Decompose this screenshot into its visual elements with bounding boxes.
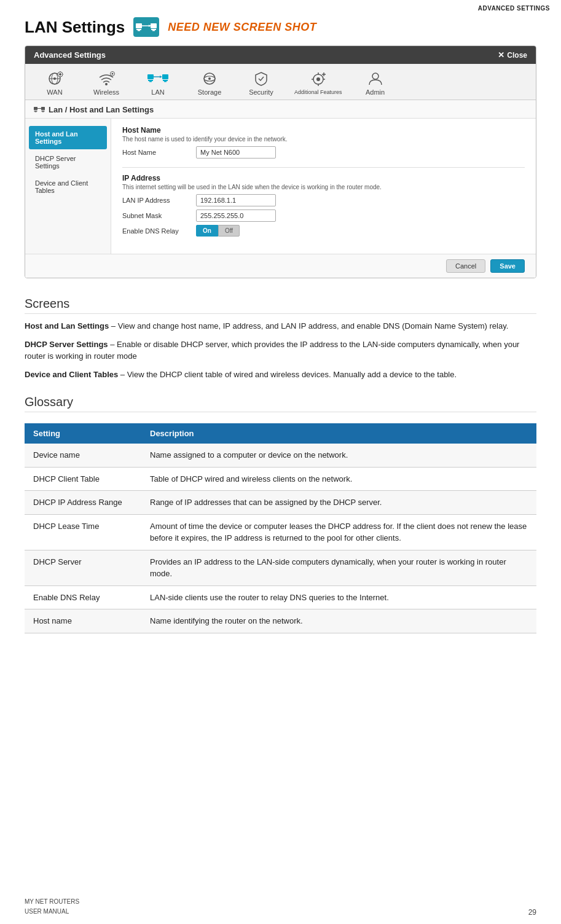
nav-label-security: Security (249, 88, 273, 96)
screens-section: Screens Host and Lan Settings – View and… (25, 297, 536, 380)
footer-left: MY NET ROUTERS USER MANUAL (25, 897, 79, 917)
svg-point-40 (372, 73, 379, 79)
subnet-input[interactable] (196, 209, 276, 222)
glossary-cell-setting: Enable DNS Relay (25, 585, 141, 609)
nav-bar: WAN Wireless (25, 64, 536, 100)
close-button[interactable]: ✕ Close (498, 50, 527, 60)
save-button[interactable]: Save (490, 259, 525, 273)
nav-label-wan: WAN (47, 88, 62, 96)
svg-point-31 (208, 77, 211, 80)
glossary-row: Host nameName identifying the router on … (25, 609, 536, 633)
ip-address-desc: This internet setting will be used in th… (122, 184, 525, 190)
lan-ip-input[interactable] (196, 194, 276, 206)
lan-settings-title: LAN Settings (25, 18, 125, 37)
wireless-icon (96, 70, 117, 87)
svg-point-13 (59, 73, 61, 76)
panel-sidebar: Host and Lan Settings DHCP Server Settin… (25, 119, 111, 254)
ip-address-group: IP Address This internet setting will be… (122, 174, 525, 237)
glossary-section: Glossary Setting Description Device name… (25, 395, 536, 633)
nav-item-lan[interactable]: LAN (139, 70, 176, 96)
footer-line1: MY NET ROUTERS (25, 897, 79, 907)
dns-relay-row: Enable DNS Relay On Off (122, 225, 525, 237)
cancel-button[interactable]: Cancel (446, 259, 485, 273)
nav-label-lan: LAN (151, 88, 164, 96)
panel-body: Host and Lan Settings DHCP Server Settin… (25, 119, 536, 254)
nav-item-security[interactable]: Security (243, 70, 280, 96)
toggle-on[interactable]: On (196, 225, 218, 237)
svg-point-11 (53, 77, 56, 80)
need-new-shot-label: NEED NEW SCREEN SHOT (168, 21, 316, 34)
host-name-input[interactable] (196, 146, 276, 159)
glossary-row: DHCP Client TableTable of DHCP wired and… (25, 467, 536, 491)
section-title-icon (34, 106, 45, 114)
glossary-row: DHCP Lease TimeAmount of time the device… (25, 514, 536, 550)
host-name-row: Host Name (122, 146, 525, 159)
nav-item-additional[interactable]: Additional Features (294, 71, 342, 95)
svg-rect-4 (151, 29, 156, 30)
screens-heading: Screens (25, 297, 536, 314)
glossary-col-description: Description (141, 423, 536, 444)
glossary-cell-setting: Host name (25, 609, 141, 633)
nav-item-admin[interactable]: Admin (357, 70, 394, 96)
glossary-cell-description: Name assigned to a computer or device on… (141, 444, 536, 467)
sidebar-item-dhcp[interactable]: DHCP Server Settings (29, 151, 107, 174)
sidebar-item-device[interactable]: Device and Client Tables (29, 175, 107, 198)
subnet-mask-row: Subnet Mask (122, 209, 525, 222)
host-name-label: Host Name (122, 149, 190, 156)
screens-item-2-title: Device and Client Tables (25, 370, 118, 379)
screens-item-0-title: Host and Lan Settings (25, 321, 109, 331)
dns-toggle[interactable]: On Off (196, 225, 240, 237)
glossary-cell-setting: DHCP IP Address Range (25, 491, 141, 515)
toggle-off[interactable]: Off (218, 225, 240, 237)
admin-icon (365, 70, 386, 87)
svg-marker-48 (41, 108, 42, 109)
panel-footer: Cancel Save (25, 254, 536, 278)
svg-rect-3 (151, 23, 157, 28)
svg-rect-5 (152, 30, 155, 31)
lan-title-row: LAN Settings NEED NEW SCREEN SHOT (25, 17, 536, 37)
security-icon (251, 70, 272, 87)
footer-line2: USER MANUAL (25, 907, 79, 917)
screens-item-0-sep: – (111, 321, 118, 331)
svg-point-33 (316, 77, 320, 81)
svg-rect-22 (148, 80, 153, 81)
lan-ip-row: LAN IP Address (122, 194, 525, 206)
nav-item-wireless[interactable]: Wireless (88, 70, 125, 96)
glossary-cell-setting: DHCP Client Table (25, 467, 141, 491)
svg-rect-46 (42, 111, 44, 112)
lan-icon (133, 17, 159, 37)
svg-rect-45 (42, 111, 45, 112)
nav-item-storage[interactable]: Storage (191, 70, 228, 96)
screens-item-1: DHCP Server Settings – Enable or disable… (25, 339, 536, 362)
nav-label-storage: Storage (198, 88, 222, 96)
svg-rect-0 (136, 23, 142, 28)
host-name-group: Host Name The host name is used to ident… (122, 126, 525, 159)
page-footer: MY NET ROUTERS USER MANUAL 29 (25, 897, 536, 917)
svg-rect-41 (34, 107, 37, 110)
storage-icon (199, 70, 220, 87)
nav-item-wan[interactable]: WAN (36, 70, 73, 96)
lan-ip-label: LAN IP Address (122, 197, 190, 204)
glossary-cell-setting: Device name (25, 444, 141, 467)
svg-rect-24 (162, 74, 168, 79)
nav-label-wireless: Wireless (93, 88, 119, 96)
glossary-cell-description: Provides an IP address to the LAN-side c… (141, 550, 536, 585)
screens-item-1-title: DHCP Server Settings (25, 340, 108, 349)
nav-label-admin: Admin (366, 88, 385, 96)
glossary-row: Enable DNS RelayLAN-side clients use the… (25, 585, 536, 609)
svg-rect-21 (147, 74, 154, 79)
section-title: Lan / Host and Lan Settings (25, 100, 536, 119)
wan-icon (44, 70, 65, 87)
sidebar-item-host[interactable]: Host and Lan Settings (29, 126, 107, 149)
lan-nav-icon (147, 70, 168, 87)
divider (122, 167, 525, 168)
subnet-label: Subnet Mask (122, 212, 190, 219)
glossary-cell-description: Amount of time the device or computer le… (141, 514, 536, 550)
glossary-row: Device nameName assigned to a computer o… (25, 444, 536, 467)
svg-rect-44 (41, 107, 45, 110)
svg-marker-28 (160, 76, 162, 78)
host-name-desc: The host name is used to identify your d… (122, 136, 525, 143)
glossary-cell-description: Range of IP addresses that can be assign… (141, 491, 536, 515)
screens-item-1-sep: – (110, 340, 117, 349)
close-label: Close (507, 51, 527, 60)
